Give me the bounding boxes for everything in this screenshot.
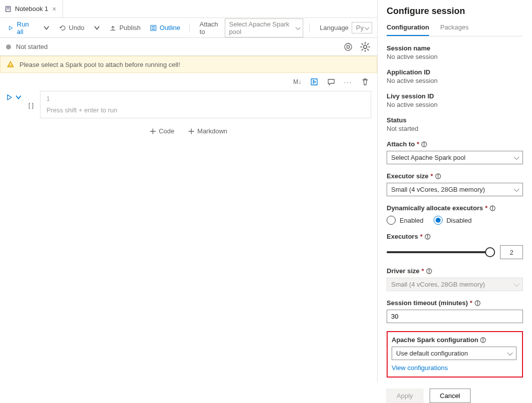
cell-play-chevron[interactable]	[15, 94, 22, 102]
language-select[interactable]: Py	[352, 22, 372, 33]
svg-point-29	[493, 207, 493, 207]
radio-disabled[interactable]: Disabled	[434, 216, 472, 225]
run-all-label: Run all	[17, 20, 34, 35]
panel-footer: Apply Cancel	[377, 383, 532, 403]
livy-session-value: No active session	[387, 101, 523, 108]
panel-tabs: Configuration Packages	[387, 23, 523, 36]
status-dot-icon	[6, 44, 11, 49]
settings-button[interactable]	[359, 41, 371, 53]
attach-to-label: Attach to	[200, 20, 222, 35]
attach-to-dropdown-value: Select Apache Spark pool	[391, 154, 466, 161]
executor-size-dropdown[interactable]: Small (4 vCores, 28GB memory)	[387, 183, 523, 196]
tab-packages[interactable]: Packages	[440, 23, 469, 36]
separator	[309, 23, 310, 33]
session-name-label: Session name	[387, 44, 523, 52]
driver-size-value: Small (4 vCores, 28GB memory)	[391, 281, 485, 288]
cancel-button[interactable]: Cancel	[430, 389, 471, 403]
cell-run-button[interactable]	[308, 76, 320, 88]
close-icon[interactable]: ×	[51, 5, 57, 13]
undo-label: Undo	[69, 24, 84, 31]
radio-disabled-label: Disabled	[447, 217, 472, 224]
session-timeout-label: Session timeout (minutes)*	[387, 299, 523, 307]
code-cell[interactable]: 1 Press shift + enter to run	[40, 91, 371, 118]
radio-enabled[interactable]: Enabled	[387, 216, 424, 225]
info-icon	[421, 141, 427, 147]
publish-button[interactable]: Publish	[106, 22, 144, 33]
svg-rect-9	[347, 45, 350, 48]
session-name-value: No active session	[387, 53, 523, 60]
status-bar: Not started	[0, 38, 377, 56]
radio-enabled-label: Enabled	[400, 217, 424, 224]
outline-button[interactable]: Outline	[147, 22, 183, 33]
svg-rect-14	[311, 79, 317, 85]
cell-placeholder: Press shift + enter to run	[46, 106, 365, 114]
spark-config-dropdown[interactable]: Use default configuration	[392, 347, 517, 360]
spark-config-label: Apache Spark configuration	[392, 336, 518, 344]
svg-point-38	[477, 302, 478, 302]
undo-button[interactable]: Undo	[56, 22, 87, 33]
plus-icon	[188, 128, 194, 134]
apply-button: Apply	[386, 389, 424, 403]
application-id-value: No active session	[387, 77, 523, 84]
svg-marker-15	[313, 80, 316, 83]
svg-point-23	[424, 143, 425, 143]
application-id-label: Application ID	[387, 68, 523, 76]
svg-point-41	[483, 339, 484, 339]
driver-size-dropdown: Small (4 vCores, 28GB memory)	[387, 278, 523, 291]
markdown-toggle-button[interactable]: M↓	[291, 76, 303, 88]
notebook-icon	[5, 5, 12, 12]
cell-toolbar: M↓ ···	[0, 73, 377, 88]
executors-count[interactable]: 2	[500, 245, 523, 259]
language-label: Language	[320, 24, 349, 31]
info-icon	[426, 268, 432, 274]
stop-session-button[interactable]	[342, 41, 354, 53]
add-markdown-label: Markdown	[197, 127, 227, 135]
cell-row: [ ] 1 Press shift + enter to run	[0, 88, 377, 121]
svg-point-10	[364, 45, 367, 48]
info-icon	[490, 205, 496, 211]
plus-icon	[150, 128, 156, 134]
svg-point-26	[438, 175, 438, 175]
dynamic-executors-label: Dynamically allocate executors*	[387, 204, 523, 212]
add-code-label: Code	[159, 127, 174, 135]
view-configs-link[interactable]: View configurations	[392, 364, 448, 372]
session-timeout-input[interactable]	[387, 310, 523, 323]
run-all-button[interactable]: Run all	[5, 18, 37, 37]
info-icon	[425, 234, 431, 240]
status-label: Status	[387, 116, 523, 124]
svg-point-13	[10, 65, 10, 66]
tab-title: Notebook 1	[15, 5, 48, 12]
cell-delete-button[interactable]	[359, 76, 371, 88]
add-markdown-button[interactable]: Markdown	[188, 127, 227, 135]
spark-config-value: Use default configuration	[396, 350, 468, 357]
svg-marker-3	[9, 26, 12, 29]
info-icon	[480, 337, 486, 343]
info-icon	[475, 300, 481, 306]
tab-configuration[interactable]: Configuration	[387, 23, 429, 36]
toolbar: Run all Undo Publish Outline Attach to S…	[0, 18, 377, 38]
cell-comment-button[interactable]	[325, 76, 337, 88]
attach-to-select[interactable]: Select Apache Spark pool	[225, 18, 304, 37]
undo-icon	[59, 24, 66, 31]
publish-icon	[109, 24, 116, 31]
executor-size-value: Small (4 vCores, 28GB memory)	[391, 186, 485, 193]
banner-text: Please select a Spark pool to attach bef…	[19, 61, 180, 68]
cell-play-button[interactable]	[6, 94, 13, 102]
add-cell-row: Code Markdown	[0, 121, 377, 141]
run-all-chevron[interactable]	[40, 22, 53, 33]
svg-marker-16	[7, 95, 11, 100]
executors-slider[interactable]	[387, 251, 494, 253]
executors-label: Executors*	[387, 233, 523, 240]
cell-exec-bracket: [ ]	[26, 91, 36, 109]
cell-more-button[interactable]: ···	[342, 76, 354, 88]
configure-session-panel: Configure session Configuration Packages…	[377, 0, 532, 403]
svg-point-8	[345, 43, 352, 50]
notebook-tab[interactable]: Notebook 1 ×	[0, 0, 63, 17]
add-code-button[interactable]: Code	[150, 127, 174, 135]
executor-size-label: Executor size*	[387, 172, 523, 180]
attach-to-dropdown[interactable]: Select Apache Spark pool	[387, 151, 523, 164]
warning-icon	[6, 60, 14, 68]
info-icon	[435, 173, 441, 179]
panel-title: Configure session	[387, 6, 523, 16]
undo-chevron[interactable]	[90, 22, 103, 33]
